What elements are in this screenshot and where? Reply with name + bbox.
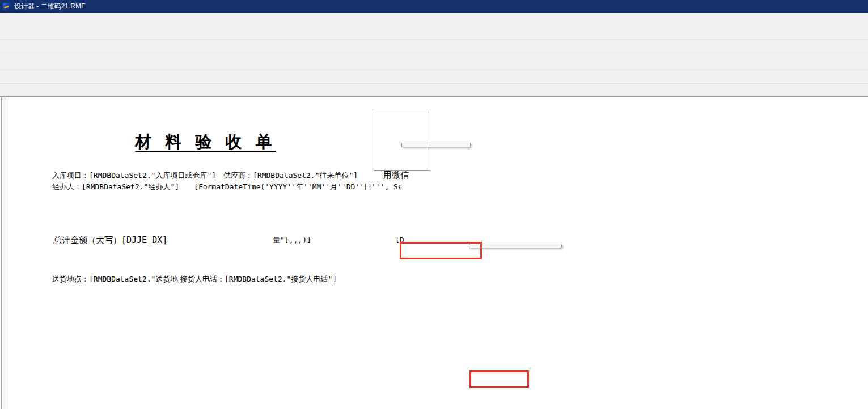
report-row4-cell[interactable]: 经办人：[RMDBDataSet2."经办人"] [FormatDateTime… [52, 181, 400, 193]
view-tabs [0, 84, 868, 97]
total-right-cell[interactable]: [D [395, 231, 407, 250]
left-splitter[interactable] [1, 97, 5, 409]
qr-code-image [376, 114, 428, 166]
menu-bar [0, 13, 868, 25]
toolbar-format [0, 40, 868, 54]
qr-barcode-cell[interactable] [374, 112, 430, 171]
toolbar-border [0, 54, 868, 69]
toolbar-standard [0, 25, 868, 40]
qr-caption-cell[interactable]: 用微信 [383, 169, 434, 181]
toolbar-cell [0, 69, 868, 84]
designer-window: 设计器 - 二维码21.RMF 材 料 验 收 单 入库项目：[RMDBData… [0, 0, 868, 409]
title-bar: 设计器 - 二维码21.RMF [0, 0, 868, 13]
report-title-cell[interactable]: 材 料 验 收 单 [50, 128, 361, 155]
cell-context-menu [401, 143, 471, 147]
app-icon [3, 3, 11, 11]
delivery-address-cell[interactable]: 送货地点：[RMDBDataSet2."送货地点"] [52, 272, 179, 286]
report-row3-cell[interactable]: 入库项目：[RMDBDataSet2."入库项目或仓库"] 供应商：[RMDBD… [52, 170, 373, 181]
cell-type-submenu [469, 244, 562, 248]
total-amount-cell[interactable]: 总计金额（大写）[DJJE_DX] [53, 231, 271, 250]
receiver-phone-cell[interactable]: 接货人电话：[RMDBDataSet2."接货人电话"] [180, 272, 370, 286]
window-title: 设计器 - 二维码21.RMF [14, 2, 85, 11]
total-mid-cell[interactable]: 量"],,,)] [273, 231, 313, 250]
